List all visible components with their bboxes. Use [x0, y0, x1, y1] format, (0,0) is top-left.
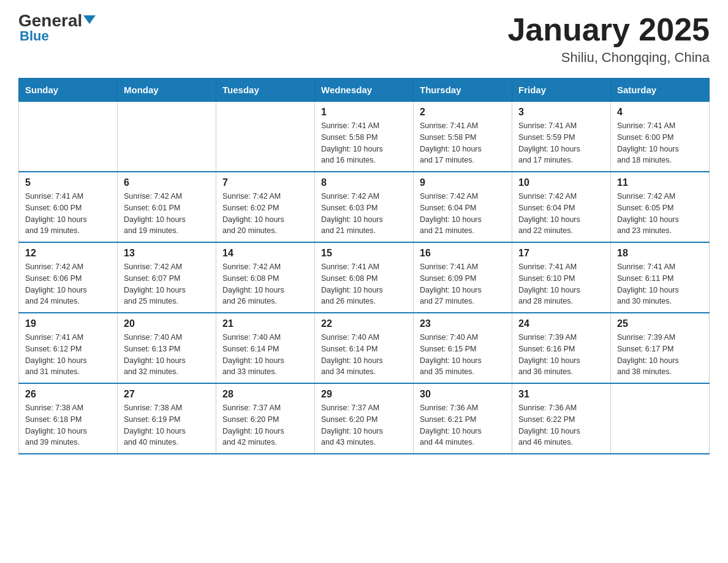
calendar-day-header: Wednesday: [315, 79, 414, 102]
cell-sun-info: Sunrise: 7:39 AM Sunset: 6:17 PM Dayligh…: [617, 332, 703, 378]
calendar-week-row: 26Sunrise: 7:38 AM Sunset: 6:18 PM Dayli…: [19, 383, 710, 454]
calendar-cell: 26Sunrise: 7:38 AM Sunset: 6:18 PM Dayli…: [19, 383, 118, 454]
calendar-table: SundayMondayTuesdayWednesdayThursdayFrid…: [18, 78, 710, 454]
calendar-cell: 9Sunrise: 7:42 AM Sunset: 6:04 PM Daylig…: [414, 172, 512, 242]
cell-sun-info: Sunrise: 7:40 AM Sunset: 6:13 PM Dayligh…: [124, 332, 210, 378]
cell-sun-info: Sunrise: 7:41 AM Sunset: 6:00 PM Dayligh…: [617, 120, 703, 166]
calendar-day-header: Tuesday: [216, 79, 315, 102]
cell-sun-info: Sunrise: 7:41 AM Sunset: 5:59 PM Dayligh…: [518, 120, 604, 166]
cell-day-number: 6: [124, 177, 210, 188]
logo-blue-text: Blue: [20, 28, 49, 44]
cell-day-number: 7: [222, 177, 308, 188]
calendar-week-row: 19Sunrise: 7:41 AM Sunset: 6:12 PM Dayli…: [19, 313, 710, 383]
cell-day-number: 1: [321, 107, 407, 118]
calendar-cell: 20Sunrise: 7:40 AM Sunset: 6:13 PM Dayli…: [118, 313, 216, 383]
cell-day-number: 20: [124, 318, 210, 329]
calendar-cell: 14Sunrise: 7:42 AM Sunset: 6:08 PM Dayli…: [216, 242, 315, 313]
cell-sun-info: Sunrise: 7:41 AM Sunset: 6:11 PM Dayligh…: [617, 261, 703, 307]
cell-sun-info: Sunrise: 7:40 AM Sunset: 6:14 PM Dayligh…: [321, 332, 407, 378]
cell-day-number: 16: [420, 248, 506, 259]
cell-sun-info: Sunrise: 7:37 AM Sunset: 6:20 PM Dayligh…: [222, 402, 308, 448]
calendar-cell: 16Sunrise: 7:41 AM Sunset: 6:09 PM Dayli…: [414, 242, 512, 313]
calendar-day-header: Monday: [118, 79, 216, 102]
logo-general-text: General: [18, 12, 96, 29]
cell-sun-info: Sunrise: 7:38 AM Sunset: 6:18 PM Dayligh…: [25, 402, 111, 448]
cell-day-number: 25: [617, 318, 703, 329]
cell-day-number: 28: [222, 389, 308, 400]
calendar-cell: [19, 102, 118, 172]
calendar-cell: 21Sunrise: 7:40 AM Sunset: 6:14 PM Dayli…: [216, 313, 315, 383]
calendar-cell: [611, 383, 710, 454]
title-section: January 2025 Shiliu, Chongqing, China: [507, 12, 710, 66]
cell-day-number: 31: [518, 389, 604, 400]
calendar-header-row: SundayMondayTuesdayWednesdayThursdayFrid…: [19, 79, 710, 102]
calendar-cell: 18Sunrise: 7:41 AM Sunset: 6:11 PM Dayli…: [611, 242, 710, 313]
calendar-cell: 8Sunrise: 7:42 AM Sunset: 6:03 PM Daylig…: [315, 172, 414, 242]
calendar-cell: 22Sunrise: 7:40 AM Sunset: 6:14 PM Dayli…: [315, 313, 414, 383]
calendar-cell: 11Sunrise: 7:42 AM Sunset: 6:05 PM Dayli…: [611, 172, 710, 242]
cell-day-number: 19: [25, 318, 111, 329]
cell-sun-info: Sunrise: 7:41 AM Sunset: 5:58 PM Dayligh…: [321, 120, 407, 166]
cell-sun-info: Sunrise: 7:42 AM Sunset: 6:06 PM Dayligh…: [25, 261, 111, 307]
cell-sun-info: Sunrise: 7:37 AM Sunset: 6:20 PM Dayligh…: [321, 402, 407, 448]
cell-day-number: 8: [321, 177, 407, 188]
cell-sun-info: Sunrise: 7:36 AM Sunset: 6:21 PM Dayligh…: [420, 402, 506, 448]
cell-day-number: 30: [420, 389, 506, 400]
calendar-cell: 13Sunrise: 7:42 AM Sunset: 6:07 PM Dayli…: [118, 242, 216, 313]
cell-sun-info: Sunrise: 7:40 AM Sunset: 6:15 PM Dayligh…: [420, 332, 506, 378]
cell-sun-info: Sunrise: 7:42 AM Sunset: 6:07 PM Dayligh…: [124, 261, 210, 307]
calendar-cell: 6Sunrise: 7:42 AM Sunset: 6:01 PM Daylig…: [118, 172, 216, 242]
calendar-cell: 15Sunrise: 7:41 AM Sunset: 6:08 PM Dayli…: [315, 242, 414, 313]
cell-day-number: 4: [617, 107, 703, 118]
cell-sun-info: Sunrise: 7:41 AM Sunset: 6:00 PM Dayligh…: [25, 191, 111, 237]
cell-day-number: 14: [222, 248, 308, 259]
calendar-cell: 19Sunrise: 7:41 AM Sunset: 6:12 PM Dayli…: [19, 313, 118, 383]
cell-sun-info: Sunrise: 7:41 AM Sunset: 6:12 PM Dayligh…: [25, 332, 111, 378]
cell-day-number: 3: [518, 107, 604, 118]
cell-sun-info: Sunrise: 7:42 AM Sunset: 6:01 PM Dayligh…: [124, 191, 210, 237]
cell-day-number: 21: [222, 318, 308, 329]
calendar-cell: 17Sunrise: 7:41 AM Sunset: 6:10 PM Dayli…: [512, 242, 611, 313]
calendar-cell: 3Sunrise: 7:41 AM Sunset: 5:59 PM Daylig…: [512, 102, 611, 172]
calendar-cell: 27Sunrise: 7:38 AM Sunset: 6:19 PM Dayli…: [118, 383, 216, 454]
cell-sun-info: Sunrise: 7:41 AM Sunset: 6:10 PM Dayligh…: [518, 261, 604, 307]
cell-sun-info: Sunrise: 7:41 AM Sunset: 5:58 PM Dayligh…: [420, 120, 506, 166]
cell-day-number: 26: [25, 389, 111, 400]
calendar-body: 1Sunrise: 7:41 AM Sunset: 5:58 PM Daylig…: [19, 102, 710, 454]
cell-day-number: 15: [321, 248, 407, 259]
calendar-day-header: Friday: [512, 79, 611, 102]
cell-sun-info: Sunrise: 7:41 AM Sunset: 6:08 PM Dayligh…: [321, 261, 407, 307]
cell-sun-info: Sunrise: 7:42 AM Sunset: 6:02 PM Dayligh…: [222, 191, 308, 237]
page-title: January 2025: [507, 12, 710, 47]
page-header: General Blue January 2025 Shiliu, Chongq…: [18, 12, 710, 66]
calendar-week-row: 12Sunrise: 7:42 AM Sunset: 6:06 PM Dayli…: [19, 242, 710, 313]
calendar-cell: 4Sunrise: 7:41 AM Sunset: 6:00 PM Daylig…: [611, 102, 710, 172]
cell-day-number: 2: [420, 107, 506, 118]
cell-day-number: 10: [518, 177, 604, 188]
cell-day-number: 17: [518, 248, 604, 259]
cell-sun-info: Sunrise: 7:42 AM Sunset: 6:05 PM Dayligh…: [617, 191, 703, 237]
calendar-cell: [216, 102, 315, 172]
cell-sun-info: Sunrise: 7:38 AM Sunset: 6:19 PM Dayligh…: [124, 402, 210, 448]
calendar-day-header: Thursday: [414, 79, 512, 102]
cell-sun-info: Sunrise: 7:42 AM Sunset: 6:08 PM Dayligh…: [222, 261, 308, 307]
cell-day-number: 13: [124, 248, 210, 259]
cell-sun-info: Sunrise: 7:39 AM Sunset: 6:16 PM Dayligh…: [518, 332, 604, 378]
calendar-cell: 2Sunrise: 7:41 AM Sunset: 5:58 PM Daylig…: [414, 102, 512, 172]
calendar-cell: 12Sunrise: 7:42 AM Sunset: 6:06 PM Dayli…: [19, 242, 118, 313]
cell-day-number: 24: [518, 318, 604, 329]
calendar-cell: 10Sunrise: 7:42 AM Sunset: 6:04 PM Dayli…: [512, 172, 611, 242]
calendar-cell: 24Sunrise: 7:39 AM Sunset: 6:16 PM Dayli…: [512, 313, 611, 383]
cell-sun-info: Sunrise: 7:41 AM Sunset: 6:09 PM Dayligh…: [420, 261, 506, 307]
cell-sun-info: Sunrise: 7:42 AM Sunset: 6:03 PM Dayligh…: [321, 191, 407, 237]
cell-day-number: 18: [617, 248, 703, 259]
calendar-day-header: Saturday: [611, 79, 710, 102]
calendar-header: SundayMondayTuesdayWednesdayThursdayFrid…: [19, 79, 710, 102]
cell-day-number: 27: [124, 389, 210, 400]
page-subtitle: Shiliu, Chongqing, China: [507, 50, 710, 66]
cell-day-number: 22: [321, 318, 407, 329]
calendar-cell: 25Sunrise: 7:39 AM Sunset: 6:17 PM Dayli…: [611, 313, 710, 383]
calendar-cell: 1Sunrise: 7:41 AM Sunset: 5:58 PM Daylig…: [315, 102, 414, 172]
calendar-cell: 30Sunrise: 7:36 AM Sunset: 6:21 PM Dayli…: [414, 383, 512, 454]
cell-sun-info: Sunrise: 7:40 AM Sunset: 6:14 PM Dayligh…: [222, 332, 308, 378]
